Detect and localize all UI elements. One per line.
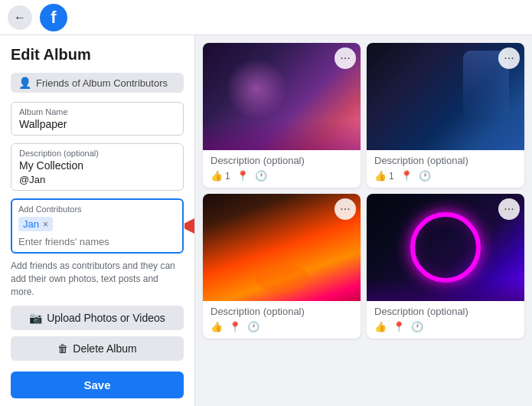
photo-card-2: ··· Description (optional) 👍 1 📍 🕐 — [367, 43, 524, 188]
photo-image-wrapper-3: ··· — [203, 194, 361, 301]
facebook-logo: f — [40, 4, 67, 31]
loc-stat-2: 📍 — [400, 170, 413, 182]
page-title: Edit Album — [11, 46, 184, 64]
like-icon-4: 👍 — [374, 321, 387, 332]
photo-more-button-2[interactable]: ··· — [498, 47, 520, 69]
location-icon-3: 📍 — [229, 321, 241, 332]
like-count-2: 1 — [389, 171, 394, 182]
arrow-indicator — [184, 215, 195, 240]
contributor-name: Jan — [23, 218, 39, 230]
friends-name-input[interactable] — [18, 236, 176, 247]
time-stat-2: 🕐 — [419, 170, 431, 182]
upload-photos-button[interactable]: 📷 Upload Photos or Videos — [11, 306, 184, 330]
back-button[interactable]: ← — [8, 5, 32, 30]
contributor-tag-jan: Jan × — [18, 217, 53, 231]
description-field: Description (optional) My Collection @Ja… — [11, 143, 184, 191]
photo-more-button-3[interactable]: ··· — [335, 198, 356, 220]
upload-btn-label: Upload Photos or Videos — [47, 312, 165, 324]
upload-icon: 📷 — [29, 312, 42, 324]
contributors-hint: Add friends as contributors and they can… — [11, 260, 184, 298]
like-stat-3: 👍 — [211, 321, 223, 332]
photo-stats-3: 👍 📍 🕐 — [211, 321, 353, 332]
photo-image-wrapper-2: ··· — [367, 43, 524, 150]
photo-stats-4: 👍 📍 🕐 — [374, 321, 517, 332]
photo-meta-4: Description (optional) 👍 📍 🕐 — [367, 301, 524, 339]
album-name-label: Album Name — [19, 107, 175, 116]
like-icon-2: 👍 — [374, 170, 387, 182]
right-panel: ··· Description (optional) 👍 1 📍 🕐 — [195, 35, 532, 406]
save-button[interactable]: Save — [11, 372, 184, 398]
main-layout: Edit Album 👤 Friends of Album Contributo… — [0, 35, 532, 406]
photo-image-wrapper-1: ··· — [203, 43, 361, 150]
like-stat-4: 👍 — [374, 321, 387, 332]
location-icon-2: 📍 — [400, 170, 413, 182]
like-icon-1: 👍 — [211, 170, 223, 182]
description-label: Description (optional) — [19, 149, 175, 158]
photo-description-1: Description (optional) — [211, 155, 353, 166]
loc-stat-3: 📍 — [229, 321, 241, 332]
contributors-badge[interactable]: 👤 Friends of Album Contributors — [11, 73, 184, 93]
delete-btn-label: Delete Album — [73, 342, 136, 355]
photo-stats-1: 👍 1 📍 🕐 — [211, 170, 353, 182]
time-stat-4: 🕐 — [411, 321, 423, 332]
description-value[interactable]: My Collection — [19, 159, 175, 172]
left-panel: Edit Album 👤 Friends of Album Contributo… — [0, 35, 195, 406]
loc-stat-4: 📍 — [393, 321, 405, 332]
photo-card-1: ··· Description (optional) 👍 1 📍 🕐 — [203, 43, 361, 188]
photo-card-4: ··· Description (optional) 👍 📍 🕐 — [367, 194, 524, 339]
time-icon-1: 🕐 — [255, 170, 267, 182]
description-at: @Jan — [19, 174, 175, 185]
time-icon-3: 🕐 — [247, 321, 259, 332]
photo-description-3: Description (optional) — [211, 306, 353, 317]
photo-card-3: ··· Description (optional) 👍 📍 🕐 — [203, 194, 361, 339]
time-icon-4: 🕐 — [411, 321, 423, 332]
time-stat-1: 🕐 — [255, 170, 267, 182]
like-stat-1: 👍 1 — [211, 170, 230, 182]
album-name-value[interactable]: Wallpaper — [19, 118, 175, 130]
back-icon: ← — [14, 11, 26, 25]
remove-contributor-button[interactable]: × — [43, 220, 48, 229]
photo-description-4: Description (optional) — [374, 306, 517, 317]
photo-grid: ··· Description (optional) 👍 1 📍 🕐 — [203, 43, 524, 339]
people-icon: 👤 — [18, 77, 31, 89]
photo-meta-2: Description (optional) 👍 1 📍 🕐 — [367, 150, 524, 188]
trash-icon: 🗑 — [57, 342, 68, 355]
photo-stats-2: 👍 1 📍 🕐 — [374, 170, 517, 182]
add-contributors-label: Add Contributors — [18, 205, 176, 214]
time-icon-2: 🕐 — [419, 170, 431, 182]
like-icon-3: 👍 — [211, 321, 223, 332]
loc-stat-1: 📍 — [237, 170, 249, 182]
like-stat-2: 👍 1 — [374, 170, 394, 182]
location-icon-4: 📍 — [393, 321, 405, 332]
like-count-1: 1 — [225, 171, 230, 182]
delete-album-button[interactable]: 🗑 Delete Album — [11, 336, 184, 361]
top-bar: ← f — [0, 0, 532, 35]
photo-meta-1: Description (optional) 👍 1 📍 🕐 — [203, 150, 361, 188]
photo-image-wrapper-4: ··· — [367, 194, 524, 301]
add-contributors-box: Add Contributors Jan × — [11, 198, 184, 254]
album-name-field: Album Name Wallpaper — [11, 102, 184, 136]
time-stat-3: 🕐 — [247, 321, 259, 332]
location-icon-1: 📍 — [237, 170, 249, 182]
photo-more-button-1[interactable]: ··· — [335, 47, 356, 69]
contributors-badge-label: Friends of Album Contributors — [36, 77, 168, 89]
photo-description-2: Description (optional) — [374, 155, 517, 166]
photo-more-button-4[interactable]: ··· — [498, 198, 520, 220]
photo-meta-3: Description (optional) 👍 📍 🕐 — [203, 301, 361, 339]
